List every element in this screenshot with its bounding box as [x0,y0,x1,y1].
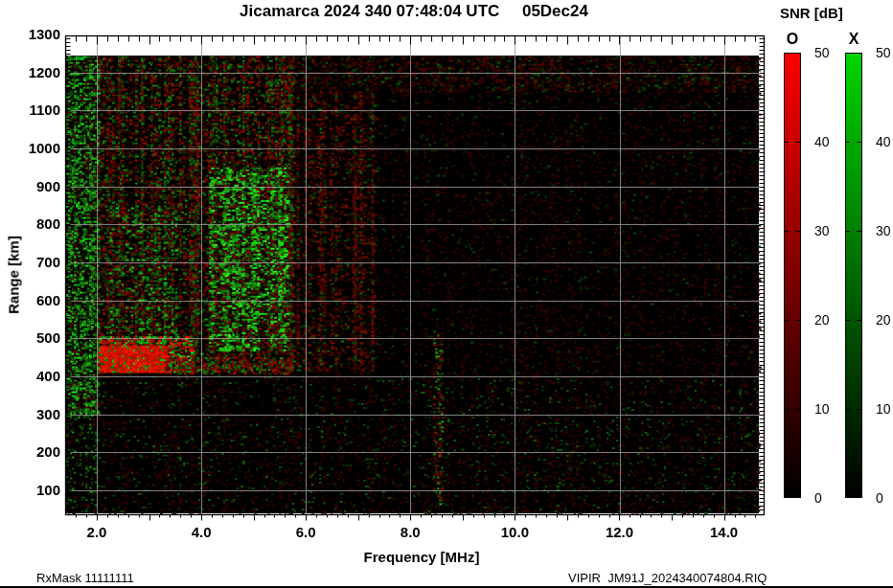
colorbar-tick-dash [857,320,861,321]
x-tick-label: 14.0 [696,524,753,540]
colorbar-tick-label: 40 [876,134,893,149]
y-tick-label: 600 [0,292,60,308]
ionogram-page: Jicamarca 2024 340 07:48:04 UTC 05Dec24 … [0,0,893,588]
colorbar-tick-dash [845,231,850,232]
y-tick-label: 800 [0,215,60,232]
colorbar-tick-label: 10 [876,401,893,417]
filename-text: VIPIR JM91J_2024340074804.RIQ [568,571,767,585]
colorbar-tick-label: 0 [876,490,893,506]
colorbar-tick-dash [845,409,850,410]
colorbar-title: SNR [dB] [780,5,843,21]
colorbar-tick-dash [857,409,861,410]
colorbar-tick-dash [784,142,789,143]
colorbar-tick-dash [845,142,850,143]
colorbar-tick-dash [795,142,800,143]
colorbar-tick-dash [795,409,800,410]
colorbar-tick-dash [784,409,789,410]
y-tick-label: 200 [0,443,60,460]
y-tick-label: 700 [0,254,60,270]
colorbar-tick-dash [784,231,789,232]
colorbar-tick-label: 10 [814,401,843,417]
colorbar-tick-label: 0 [814,490,843,506]
y-tick-label: 1100 [0,102,60,118]
colorbar-tick-label: 40 [814,134,843,149]
x-tick-label: 6.0 [277,524,334,540]
colorbar-tick-dash [795,320,800,321]
x-tick-label: 2.0 [68,524,126,540]
y-tick-label: 300 [0,406,60,422]
colorbar-tick-dash [857,142,861,143]
ionogram-canvas [0,0,893,588]
colorbar-tick-dash [795,231,800,232]
colorbar-tick-dash [845,320,850,321]
y-tick-label: 1200 [0,64,60,80]
x-tick-label: 10.0 [486,524,543,540]
colorbar-tick-label: 30 [814,223,843,238]
y-tick-label: 1000 [0,140,60,156]
y-tick-label: 500 [0,329,60,346]
x-tick-label: 8.0 [381,524,439,540]
colorbar-tick-label: 30 [876,223,893,238]
y-tick-label: 1300 [0,26,60,42]
x-tick-label: 12.0 [591,524,649,540]
colorbar-x-mode-label: X [845,31,862,48]
colorbar-tick-label: 50 [814,45,843,60]
colorbar-tick-dash [784,320,789,321]
colorbar-tick-dash [857,231,861,232]
o-colorbar [784,53,801,498]
colorbar-o-mode-label: O [784,31,801,48]
rxmask-text: RxMask 11111111 [36,571,134,585]
y-tick-label: 400 [0,368,60,384]
y-tick-label: 100 [0,482,60,498]
colorbar-tick-label: 20 [814,312,843,328]
x-tick-label: 4.0 [172,524,230,540]
x-axis-label: Frequency [MHz] [326,549,517,565]
colorbar-tick-label: 20 [876,312,893,328]
colorbar-tick-label: 50 [876,45,893,60]
plot-title: Jicamarca 2024 340 07:48:04 UTC 05Dec24 [0,2,828,21]
x-colorbar [845,53,862,498]
y-tick-label: 900 [0,178,60,194]
